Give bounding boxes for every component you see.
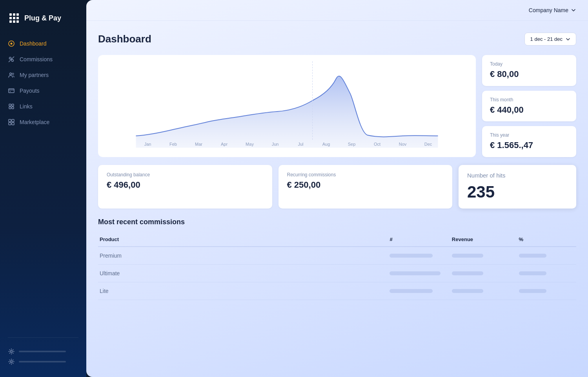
year-label: This year bbox=[490, 132, 568, 138]
outstanding-value: € 496,00 bbox=[107, 180, 264, 190]
links-icon bbox=[8, 103, 15, 110]
recurring-label: Recurring commissions bbox=[287, 172, 444, 178]
sidebar-divider bbox=[8, 337, 78, 338]
marketplace-label: Marketplace bbox=[20, 119, 49, 125]
sidebar-item-dashboard[interactable]: Dashboard bbox=[0, 36, 86, 51]
links-label: Links bbox=[20, 103, 33, 110]
svg-point-3 bbox=[12, 60, 14, 62]
table-section: Most recent commissions Product # Revenu… bbox=[98, 218, 576, 300]
table-title: Most recent commissions bbox=[98, 218, 576, 226]
sidebar-bottom bbox=[0, 344, 86, 369]
sidebar-item-marketplace[interactable]: Marketplace bbox=[0, 115, 86, 130]
table-row: Ultimate bbox=[98, 265, 576, 282]
recurring-commissions-card: Recurring commissions € 250,00 bbox=[279, 165, 453, 209]
date-range-label: 1 dec - 21 dec bbox=[530, 36, 563, 42]
outstanding-label: Outstanding balance bbox=[107, 172, 264, 178]
svg-text:Feb: Feb bbox=[169, 142, 177, 146]
svg-rect-11 bbox=[12, 107, 14, 109]
sidebar-item-payouts[interactable]: Payouts bbox=[0, 83, 86, 98]
company-selector[interactable]: Company Name bbox=[529, 7, 576, 13]
placeholder-bar bbox=[390, 289, 433, 293]
sidebar-bar-1 bbox=[8, 348, 78, 355]
chart-container: Jan Feb Mar Apr May Jun Jul Aug Sep Oct … bbox=[98, 55, 476, 157]
svg-point-6 bbox=[12, 73, 14, 75]
svg-text:Aug: Aug bbox=[322, 142, 330, 146]
svg-rect-10 bbox=[9, 107, 11, 109]
placeholder-bar bbox=[519, 254, 546, 258]
svg-rect-15 bbox=[12, 123, 14, 125]
svg-rect-13 bbox=[12, 119, 14, 122]
product-premium: Premium bbox=[98, 247, 385, 265]
sidebar-item-my-partners[interactable]: My partners bbox=[0, 68, 86, 82]
sidebar-item-links[interactable]: Links bbox=[0, 99, 86, 114]
outstanding-balance-card: Outstanding balance € 496,00 bbox=[98, 165, 272, 209]
placeholder-bar bbox=[452, 289, 483, 293]
svg-rect-14 bbox=[9, 123, 11, 125]
stats-column: Today € 80,00 This month € 440,00 This y… bbox=[482, 55, 576, 157]
sidebar-track-2 bbox=[19, 361, 66, 362]
svg-point-17 bbox=[11, 361, 13, 363]
settings-icon bbox=[8, 358, 15, 365]
svg-rect-12 bbox=[9, 119, 11, 122]
svg-point-16 bbox=[11, 351, 13, 353]
svg-text:Dec: Dec bbox=[424, 142, 432, 146]
svg-text:Sep: Sep bbox=[348, 142, 356, 146]
svg-text:Jan: Jan bbox=[144, 142, 151, 146]
marketplace-icon bbox=[8, 119, 15, 126]
month-label: This month bbox=[490, 97, 568, 102]
stat-card-year: This year € 1.565.,47 bbox=[482, 126, 576, 157]
area-chart: Jan Feb Mar Apr May Jun Jul Aug Sep Oct … bbox=[104, 61, 470, 148]
col-percent: % bbox=[514, 232, 576, 247]
logo-text: Plug & Pay bbox=[24, 14, 61, 22]
commissions-table: Product # Revenue % Premium Ultimate bbox=[98, 232, 576, 300]
svg-text:Mar: Mar bbox=[195, 142, 202, 146]
chevron-down-icon bbox=[571, 7, 576, 13]
date-range-button[interactable]: 1 dec - 21 dec bbox=[524, 33, 576, 46]
col-revenue: Revenue bbox=[447, 232, 514, 247]
table-row: Lite bbox=[98, 282, 576, 300]
stat-card-month: This month € 440,00 bbox=[482, 91, 576, 122]
hits-card: Number of hits 235 bbox=[459, 165, 576, 209]
col-product: Product bbox=[98, 232, 385, 247]
product-ultimate: Ultimate bbox=[98, 265, 385, 282]
placeholder-bar bbox=[519, 271, 546, 275]
svg-point-1 bbox=[11, 43, 13, 45]
svg-text:Apr: Apr bbox=[221, 142, 228, 146]
svg-text:Oct: Oct bbox=[374, 142, 380, 146]
col-count: # bbox=[385, 232, 447, 247]
top-header: Company Name bbox=[86, 0, 588, 21]
svg-text:Jun: Jun bbox=[272, 142, 279, 146]
table-row: Premium bbox=[98, 247, 576, 265]
today-value: € 80,00 bbox=[490, 69, 568, 79]
gear-icon bbox=[8, 348, 15, 355]
product-lite: Lite bbox=[98, 282, 385, 300]
svg-text:Nov: Nov bbox=[399, 142, 407, 146]
sidebar: Plug & Pay Dashboard Commissions bbox=[0, 0, 86, 377]
page-header: Dashboard 1 dec - 21 dec bbox=[98, 33, 576, 46]
placeholder-bar bbox=[390, 254, 433, 258]
svg-rect-8 bbox=[9, 104, 11, 106]
svg-text:Jul: Jul bbox=[298, 142, 303, 146]
placeholder-bar bbox=[390, 271, 441, 275]
svg-text:May: May bbox=[246, 142, 254, 146]
commissions-icon bbox=[8, 56, 15, 63]
payouts-label: Payouts bbox=[20, 88, 40, 94]
sidebar-item-commissions[interactable]: Commissions bbox=[0, 52, 86, 67]
partners-icon bbox=[8, 71, 15, 79]
main-content: Company Name Dashboard 1 dec - 21 dec bbox=[86, 0, 588, 377]
sidebar-bar-2 bbox=[8, 358, 78, 365]
page-content: Dashboard 1 dec - 21 dec bbox=[86, 21, 588, 312]
date-chevron-icon bbox=[566, 37, 570, 42]
payouts-icon bbox=[8, 87, 15, 94]
placeholder-bar bbox=[452, 254, 483, 258]
today-label: Today bbox=[490, 61, 568, 67]
placeholder-bar bbox=[452, 271, 483, 275]
page-title: Dashboard bbox=[98, 33, 151, 45]
svg-point-5 bbox=[10, 73, 12, 75]
dashboard-icon bbox=[8, 40, 15, 47]
commissions-label: Commissions bbox=[20, 56, 53, 62]
stat-card-today: Today € 80,00 bbox=[482, 55, 576, 86]
logo-icon bbox=[8, 12, 20, 24]
svg-point-7 bbox=[10, 91, 11, 92]
hits-value: 235 bbox=[467, 183, 568, 201]
